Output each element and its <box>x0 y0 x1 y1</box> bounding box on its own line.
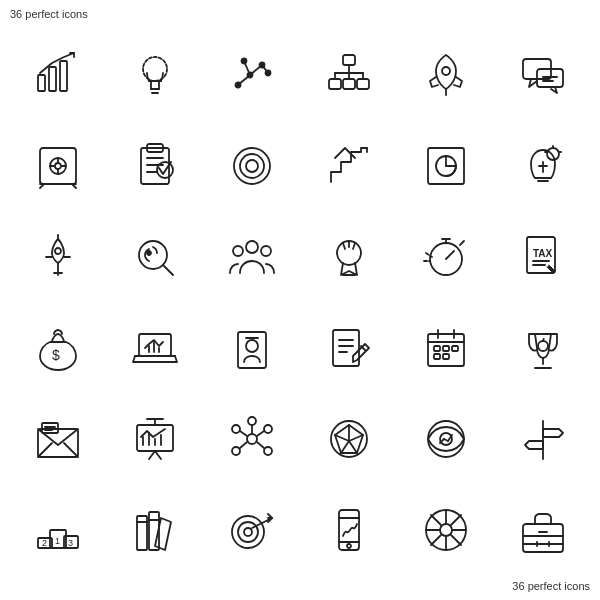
svg-line-181 <box>431 535 441 545</box>
svg-text:3: 3 <box>68 538 73 548</box>
icon-document-pen <box>301 303 396 392</box>
svg-point-135 <box>264 447 272 455</box>
svg-rect-111 <box>434 354 440 359</box>
icon-trophy-gear <box>495 303 590 392</box>
icon-bar-chart <box>10 30 105 119</box>
icon-safe <box>10 121 105 210</box>
svg-text:2: 2 <box>42 538 47 548</box>
icon-wheel <box>398 486 493 575</box>
icon-diamond <box>301 395 396 484</box>
icon-timer <box>398 212 493 301</box>
svg-line-126 <box>155 451 161 459</box>
footer-label: 36 perfect icons <box>512 580 590 592</box>
svg-line-166 <box>252 518 272 528</box>
svg-text:TAX: TAX <box>533 248 553 259</box>
svg-text:$: $ <box>52 347 60 363</box>
icon-scatter <box>204 30 299 119</box>
svg-line-138 <box>240 431 247 436</box>
icon-id-card <box>204 303 299 392</box>
icon-pie-chart-doc <box>398 121 493 210</box>
svg-rect-119 <box>42 423 58 433</box>
icon-calendar <box>398 303 493 392</box>
svg-point-72 <box>147 251 151 255</box>
icon-laptop-chart <box>107 303 202 392</box>
svg-point-58 <box>547 148 559 160</box>
svg-line-179 <box>451 535 461 545</box>
icon-speech-bubble <box>495 30 590 119</box>
svg-point-3 <box>143 57 167 81</box>
svg-point-27 <box>442 67 450 75</box>
svg-point-163 <box>232 516 264 548</box>
svg-text:1: 1 <box>55 536 60 546</box>
svg-rect-1 <box>49 67 56 91</box>
svg-line-84 <box>446 251 454 259</box>
svg-point-136 <box>248 417 256 425</box>
icon-brain-search <box>107 212 202 301</box>
svg-point-66 <box>55 248 61 254</box>
svg-line-118 <box>64 443 78 457</box>
svg-line-145 <box>341 441 349 453</box>
svg-point-173 <box>440 524 452 536</box>
svg-line-178 <box>431 515 441 525</box>
svg-line-17 <box>244 61 250 75</box>
svg-point-97 <box>246 340 258 352</box>
svg-line-180 <box>451 515 461 525</box>
icon-target <box>204 121 299 210</box>
icon-checklist <box>107 121 202 210</box>
svg-line-139 <box>257 431 264 436</box>
svg-point-132 <box>232 425 240 433</box>
icon-hierarchy <box>301 30 396 119</box>
icon-eye-chart <box>398 395 493 484</box>
svg-point-165 <box>244 528 252 536</box>
svg-rect-18 <box>343 55 355 65</box>
svg-rect-2 <box>60 61 67 91</box>
icon-network-nodes <box>204 395 299 484</box>
svg-rect-109 <box>443 346 449 351</box>
icon-team <box>204 212 299 301</box>
svg-line-15 <box>250 65 262 75</box>
svg-rect-0 <box>38 75 45 91</box>
svg-line-80 <box>343 243 345 249</box>
icon-presentation-chart <box>107 395 202 484</box>
icon-envelope <box>10 395 105 484</box>
svg-rect-24 <box>329 79 341 89</box>
svg-point-35 <box>55 163 61 169</box>
svg-line-14 <box>238 75 250 85</box>
header-label: 36 perfect icons <box>10 8 88 20</box>
svg-point-171 <box>347 544 351 548</box>
icon-books <box>107 486 202 575</box>
svg-point-74 <box>233 246 243 256</box>
svg-point-133 <box>264 425 272 433</box>
icon-trophy-medal <box>301 212 396 301</box>
svg-rect-33 <box>40 148 76 184</box>
icon-tax-doc: TAX <box>495 212 590 301</box>
svg-rect-110 <box>452 346 458 351</box>
svg-line-85 <box>460 241 464 245</box>
svg-point-51 <box>246 160 258 172</box>
svg-point-134 <box>232 447 240 455</box>
svg-point-164 <box>238 522 258 542</box>
svg-line-140 <box>240 442 247 448</box>
svg-point-115 <box>538 341 548 351</box>
svg-line-141 <box>257 442 264 448</box>
svg-line-125 <box>149 451 155 459</box>
icon-money-bag: $ <box>10 303 105 392</box>
svg-point-73 <box>246 241 258 253</box>
icon-mobile-chart <box>301 486 396 575</box>
svg-rect-108 <box>434 346 440 351</box>
icon-rocket <box>398 30 493 119</box>
svg-rect-159 <box>137 516 147 550</box>
svg-rect-26 <box>357 79 369 89</box>
icon-briefcase <box>495 486 590 575</box>
icon-dart-target <box>204 486 299 575</box>
svg-rect-182 <box>523 524 563 552</box>
icons-grid: TAX $ <box>10 30 590 575</box>
svg-rect-91 <box>139 334 171 356</box>
icon-head-idea <box>495 121 590 210</box>
icon-podium: 1 2 3 <box>10 486 105 575</box>
svg-rect-112 <box>443 354 449 359</box>
icon-lightbulb <box>107 30 202 119</box>
icon-signpost <box>495 395 590 484</box>
svg-point-50 <box>240 154 264 178</box>
svg-point-131 <box>247 434 257 444</box>
